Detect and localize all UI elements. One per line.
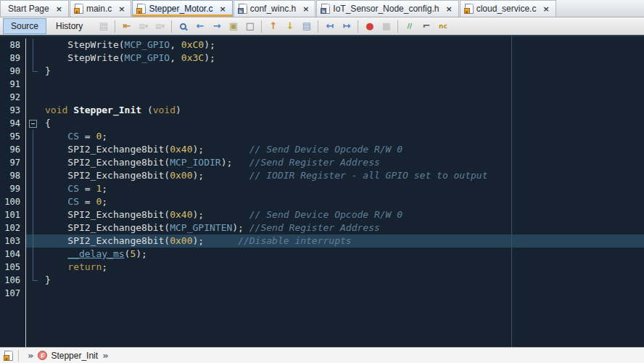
code-line-103: 103 SPI2_Exchange8bit(0x00); //Disable i… bbox=[0, 234, 644, 248]
code-line-107: 107 bbox=[0, 287, 644, 300]
close-tab-icon[interactable]: × bbox=[219, 5, 227, 13]
fold-column bbox=[26, 78, 41, 91]
code-empty[interactable] bbox=[41, 300, 644, 347]
record-macro-icon[interactable]: ● bbox=[362, 19, 377, 33]
find-previous-icon[interactable]: ← bbox=[192, 19, 207, 33]
close-tab-icon[interactable]: × bbox=[302, 5, 310, 13]
code-text[interactable]: __delay_ms(5); bbox=[41, 248, 644, 261]
jump-last-edit-icon[interactable]: ⇤ bbox=[119, 19, 134, 33]
ide-window: Start Page×cmain.c×cStepper_Motor.c×hcon… bbox=[0, 0, 644, 363]
shift-line-left-icon[interactable]: ↤ bbox=[322, 19, 337, 33]
code-line-106: 106} bbox=[0, 274, 644, 287]
code-text[interactable] bbox=[41, 91, 644, 104]
code-text[interactable]: } bbox=[41, 274, 644, 287]
code-line-104: 104 __delay_ms(5); bbox=[0, 248, 644, 261]
fold-column bbox=[26, 261, 41, 274]
toggle-highlight-icon[interactable]: ▣ bbox=[226, 19, 241, 33]
tab-main-c[interactable]: cmain.c× bbox=[70, 0, 132, 17]
line-number: 102 bbox=[0, 221, 26, 234]
code-text[interactable]: CS = 0; bbox=[41, 195, 644, 208]
code-text[interactable] bbox=[41, 287, 644, 300]
tab-iot-sensor-node-config-h[interactable]: hIoT_Sensor_Node_config.h× bbox=[316, 0, 458, 17]
code-token: MCP_GPIO bbox=[125, 39, 170, 50]
code-token: ); bbox=[193, 144, 249, 155]
code-token bbox=[45, 183, 67, 194]
code-line-90: 90} bbox=[0, 65, 644, 78]
code-token: CS bbox=[67, 183, 79, 194]
code-text[interactable]: StepWrite(MCP_GPIO, 0x3C); bbox=[41, 52, 644, 65]
code-token: 0x3C bbox=[181, 52, 204, 63]
code-text[interactable]: { bbox=[41, 117, 644, 130]
tab-label: Start Page bbox=[8, 4, 49, 14]
code-text[interactable]: SPI2_Exchange8bit(MCP_IODIR); //Send Reg… bbox=[41, 156, 644, 169]
tab-start-page[interactable]: Start Page× bbox=[0, 0, 69, 17]
next-bookmark-icon[interactable]: ↓ bbox=[282, 19, 297, 33]
close-tab-icon[interactable]: × bbox=[117, 5, 125, 13]
c-file-icon: c bbox=[465, 4, 474, 14]
code-token: SPI2_Exchange8bit( bbox=[45, 144, 170, 155]
code-editor[interactable]: 88 StepWrite(MCP_GPIO, 0xC0);89 StepWrit… bbox=[0, 36, 644, 347]
find-next-icon[interactable]: → bbox=[209, 19, 224, 33]
code-token: 0x00 bbox=[170, 170, 192, 181]
fold-column bbox=[26, 91, 41, 104]
tab-stepper-motor-c[interactable]: cStepper_Motor.c× bbox=[132, 0, 232, 17]
fold-column bbox=[26, 156, 41, 169]
forward-history-icon: ▤▾ bbox=[152, 19, 168, 33]
close-tab-icon[interactable]: × bbox=[55, 5, 63, 13]
code-token bbox=[45, 261, 67, 272]
rectangular-selection-icon[interactable]: □ bbox=[242, 19, 257, 33]
file-type-badge: c bbox=[136, 8, 142, 14]
code-text[interactable]: void Stepper_Init (void) bbox=[41, 104, 644, 117]
tab-cloud-service-c[interactable]: ccloud_service.c× bbox=[460, 0, 556, 17]
function-icon: F bbox=[38, 351, 47, 360]
code-token: } bbox=[45, 65, 51, 76]
code-text[interactable]: CS = 0; bbox=[41, 130, 644, 143]
code-text[interactable]: SPI2_Exchange8bit(0x40); // Send Device … bbox=[41, 208, 644, 221]
code-text[interactable]: return; bbox=[41, 261, 644, 274]
code-token: 0x00 bbox=[170, 235, 192, 246]
code-token: ); bbox=[204, 52, 215, 63]
code-token bbox=[45, 248, 67, 259]
last-edit-doc-icon: ▤ bbox=[96, 19, 111, 33]
code-text[interactable]: SPI2_Exchange8bit(0x40); // Send Device … bbox=[41, 143, 644, 156]
code-text[interactable]: CS = 1; bbox=[41, 182, 644, 195]
code-line-92: 92 bbox=[0, 91, 644, 104]
code-token: ; bbox=[102, 131, 107, 142]
close-tab-icon[interactable]: × bbox=[542, 5, 550, 13]
code-token: ); bbox=[221, 157, 249, 168]
code-line-100: 100 CS = 0; bbox=[0, 195, 644, 208]
shift-line-right-icon[interactable]: ↦ bbox=[339, 19, 354, 33]
close-tab-icon[interactable]: × bbox=[445, 5, 453, 13]
toolbar-separator bbox=[358, 20, 358, 33]
code-token: ) bbox=[176, 105, 181, 115]
code-token: //Disable interrupts bbox=[238, 235, 352, 246]
tab-conf-winc-h[interactable]: hconf_winc.h× bbox=[234, 0, 316, 17]
line-number: 94 bbox=[0, 117, 26, 130]
line-number: 90 bbox=[0, 65, 26, 78]
code-text[interactable]: } bbox=[41, 65, 644, 78]
history-view-button[interactable]: History bbox=[48, 18, 91, 34]
code-text[interactable]: SPI2_Exchange8bit(MCP_GPINTEN); //Send R… bbox=[41, 221, 644, 234]
tab-label: Stepper_Motor.c bbox=[149, 4, 212, 14]
fold-column bbox=[26, 195, 41, 208]
tab-label: IoT_Sensor_Node_config.h bbox=[333, 4, 439, 14]
code-token bbox=[45, 131, 67, 142]
code-text[interactable]: SPI2_Exchange8bit(0x00); //Disable inter… bbox=[41, 234, 644, 248]
comment-icon[interactable]: // bbox=[402, 19, 417, 33]
toggle-bookmark-icon[interactable]: ▤ bbox=[299, 19, 314, 33]
h-file-icon: h bbox=[321, 4, 330, 14]
line-number: 101 bbox=[0, 208, 26, 221]
toggle-header-source-icon[interactable]: nc bbox=[435, 19, 450, 33]
previous-bookmark-icon[interactable]: ↑ bbox=[265, 19, 281, 33]
code-text[interactable]: StepWrite(MCP_GPIO, 0xC0); bbox=[41, 38, 644, 52]
source-view-button[interactable]: Source bbox=[3, 18, 46, 34]
fold-toggle-icon[interactable] bbox=[26, 117, 41, 130]
uncomment-icon[interactable]: ⌐ bbox=[418, 19, 434, 33]
editor-empty-area[interactable] bbox=[0, 300, 644, 347]
breadcrumb-function-name[interactable]: Stepper_Init bbox=[51, 351, 98, 361]
find-selection-icon[interactable] bbox=[176, 19, 191, 33]
code-text[interactable] bbox=[41, 78, 644, 91]
code-text[interactable]: SPI2_Exchange8bit(0x00); // IODIR Regist… bbox=[41, 169, 644, 182]
fold-column bbox=[26, 143, 41, 156]
code-token: ); bbox=[204, 39, 215, 50]
